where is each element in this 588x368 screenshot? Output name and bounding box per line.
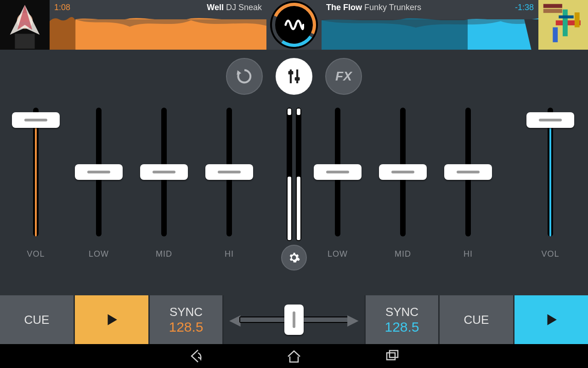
- svg-rect-10: [543, 9, 562, 13]
- home-icon[interactable]: [286, 348, 302, 364]
- deck-b-low-slider[interactable]: LOW: [315, 103, 361, 241]
- channel-fader[interactable]: [285, 108, 303, 241]
- svg-rect-21: [390, 351, 398, 357]
- transport-bar: CUE SYNC128.5 ◀ ▶ SYNC128.5 CUE: [0, 295, 588, 344]
- deck-b-time: -1:38: [515, 3, 534, 12]
- deck-a-artwork[interactable]: [0, 0, 50, 50]
- back-icon[interactable]: [188, 348, 204, 364]
- deck-a-track: Well DJ Sneak: [207, 3, 262, 12]
- svg-rect-19: [295, 77, 300, 81]
- crossfader[interactable]: ◀ ▶: [224, 295, 364, 344]
- deck-a-volume-slider[interactable]: VOL: [13, 103, 59, 241]
- play-icon: [543, 312, 559, 328]
- svg-rect-18: [288, 71, 294, 75]
- svg-rect-20: [387, 353, 395, 360]
- crossfader-handle[interactable]: [284, 305, 304, 335]
- gear-icon: [288, 251, 300, 264]
- svg-rect-15: [559, 15, 573, 18]
- system-navbar: [0, 344, 588, 368]
- deck-b-sync-button[interactable]: SYNC128.5: [366, 295, 438, 344]
- dj-app: 1:08 Well DJ Sneak The Flow Funky Trunke…: [0, 0, 588, 368]
- svg-rect-12: [563, 10, 568, 36]
- app-logo[interactable]: [270, 1, 318, 49]
- deck-a-play-button[interactable]: [75, 295, 148, 344]
- chevron-right-icon: ▶: [347, 311, 359, 328]
- deck-a-cue-button[interactable]: CUE: [0, 295, 74, 344]
- deck-b-cue-button[interactable]: CUE: [440, 295, 513, 344]
- deck-b-artwork[interactable]: [538, 0, 588, 50]
- svg-rect-9: [543, 4, 562, 8]
- deck-a-hi-slider[interactable]: HI: [206, 103, 252, 241]
- deck-a-meta: 1:08 Well DJ Sneak: [54, 3, 294, 12]
- deck-b-track: The Flow Funky Trunkers: [326, 3, 421, 12]
- deck-a-time: 1:08: [54, 3, 70, 12]
- deck-a-mid-slider[interactable]: MID: [141, 103, 187, 241]
- mixer-icon: [285, 67, 303, 86]
- deck-b-meta: The Flow Funky Trunkers -1:38: [294, 3, 534, 12]
- deck-b-waveform[interactable]: [322, 17, 538, 50]
- deck-b-mid-slider[interactable]: MID: [380, 103, 426, 241]
- svg-rect-14: [575, 12, 580, 27]
- mode-switcher: FX: [0, 50, 588, 103]
- vol-label: VOL: [527, 249, 573, 259]
- fx-label: FX: [335, 69, 352, 84]
- fx-mode-button[interactable]: FX: [325, 58, 362, 95]
- svg-rect-17: [296, 69, 298, 83]
- loop-icon: [235, 67, 254, 86]
- svg-rect-13: [553, 27, 558, 42]
- play-icon: [104, 312, 119, 328]
- deck-a-low-slider[interactable]: LOW: [76, 103, 122, 241]
- deck-a-waveform[interactable]: [50, 17, 266, 50]
- deck-b-play-button[interactable]: [514, 295, 588, 344]
- mixer-mode-button[interactable]: [276, 58, 312, 95]
- recent-apps-icon[interactable]: [384, 348, 400, 364]
- deck-b-hi-slider[interactable]: HI: [445, 103, 491, 241]
- mixer-panel: VOL LOW MID HI LOW M: [0, 103, 588, 295]
- top-bar: 1:08 Well DJ Sneak The Flow Funky Trunke…: [0, 0, 588, 50]
- loop-mode-button[interactable]: [226, 58, 263, 95]
- settings-button[interactable]: [281, 245, 307, 270]
- svg-rect-3: [15, 34, 34, 48]
- deck-a-sync-button[interactable]: SYNC128.5: [150, 295, 222, 344]
- deck-b-volume-slider[interactable]: VOL: [527, 103, 573, 241]
- vol-label: VOL: [13, 249, 59, 259]
